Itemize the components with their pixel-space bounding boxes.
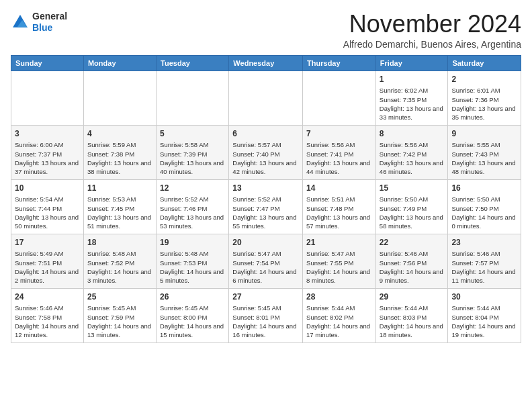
calendar-week-5: 24Sunrise: 5:46 AM Sunset: 7:58 PM Dayli…	[11, 288, 521, 342]
day-info: Sunrise: 5:50 AM Sunset: 7:50 PM Dayligh…	[451, 195, 517, 230]
day-info: Sunrise: 5:56 AM Sunset: 7:41 PM Dayligh…	[306, 140, 372, 176]
weekday-header-row: SundayMondayTuesdayWednesdayThursdayFrid…	[11, 55, 521, 71]
calendar-cell: 17Sunrise: 5:49 AM Sunset: 7:51 PM Dayli…	[11, 234, 84, 288]
day-number: 8	[380, 128, 445, 140]
day-number: 29	[380, 291, 445, 303]
calendar-cell	[157, 71, 229, 125]
day-info: Sunrise: 6:02 AM Sunset: 7:35 PM Dayligh…	[380, 86, 445, 122]
day-info: Sunrise: 5:49 AM Sunset: 7:51 PM Dayligh…	[15, 249, 80, 285]
weekday-header-tuesday: Tuesday	[157, 55, 229, 71]
calendar-cell: 8Sunrise: 5:56 AM Sunset: 7:42 PM Daylig…	[375, 125, 448, 179]
day-info: Sunrise: 5:46 AM Sunset: 7:56 PM Dayligh…	[380, 249, 445, 285]
calendar-cell: 7Sunrise: 5:56 AM Sunset: 7:41 PM Daylig…	[303, 125, 376, 179]
day-info: Sunrise: 5:57 AM Sunset: 7:40 PM Dayligh…	[232, 140, 299, 176]
day-info: Sunrise: 5:44 AM Sunset: 8:02 PM Dayligh…	[306, 304, 372, 339]
calendar-cell: 18Sunrise: 5:48 AM Sunset: 7:52 PM Dayli…	[83, 234, 156, 288]
calendar-cell: 6Sunrise: 5:57 AM Sunset: 7:40 PM Daylig…	[229, 125, 303, 179]
day-number: 14	[306, 183, 372, 194]
calendar-cell: 26Sunrise: 5:45 AM Sunset: 8:00 PM Dayli…	[157, 288, 229, 342]
day-number: 30	[451, 291, 517, 303]
day-info: Sunrise: 5:48 AM Sunset: 7:53 PM Dayligh…	[160, 249, 225, 285]
calendar-cell: 20Sunrise: 5:47 AM Sunset: 7:54 PM Dayli…	[229, 234, 303, 288]
day-info: Sunrise: 5:59 AM Sunset: 7:38 PM Dayligh…	[87, 140, 152, 176]
day-info: Sunrise: 5:58 AM Sunset: 7:39 PM Dayligh…	[160, 140, 225, 176]
day-number: 12	[160, 183, 225, 194]
day-number: 15	[380, 183, 445, 194]
calendar-cell: 2Sunrise: 6:01 AM Sunset: 7:36 PM Daylig…	[448, 71, 521, 125]
day-number: 7	[306, 128, 372, 140]
day-number: 6	[232, 128, 299, 140]
day-number: 16	[451, 183, 517, 194]
day-number: 21	[306, 237, 372, 248]
day-info: Sunrise: 5:51 AM Sunset: 7:48 PM Dayligh…	[306, 195, 372, 230]
calendar-body: 1Sunrise: 6:02 AM Sunset: 7:35 PM Daylig…	[11, 71, 521, 342]
day-number: 26	[160, 291, 225, 303]
day-info: Sunrise: 5:44 AM Sunset: 8:04 PM Dayligh…	[451, 304, 517, 339]
calendar-cell	[303, 71, 376, 125]
title-block: November 2024 Alfredo Demarchi, Buenos A…	[343, 11, 521, 50]
day-info: Sunrise: 5:52 AM Sunset: 7:46 PM Dayligh…	[160, 195, 225, 230]
logo: General Blue	[11, 11, 67, 34]
calendar-cell: 9Sunrise: 5:55 AM Sunset: 7:43 PM Daylig…	[448, 125, 521, 179]
calendar-cell: 21Sunrise: 5:47 AM Sunset: 7:55 PM Dayli…	[303, 234, 376, 288]
location-subtitle: Alfredo Demarchi, Buenos Aires, Argentin…	[343, 39, 521, 50]
calendar-cell: 22Sunrise: 5:46 AM Sunset: 7:56 PM Dayli…	[375, 234, 448, 288]
day-number: 13	[232, 183, 299, 194]
calendar-cell: 23Sunrise: 5:46 AM Sunset: 7:57 PM Dayli…	[448, 234, 521, 288]
weekday-header-saturday: Saturday	[448, 55, 521, 71]
calendar-cell: 29Sunrise: 5:44 AM Sunset: 8:03 PM Dayli…	[375, 288, 448, 342]
day-info: Sunrise: 5:47 AM Sunset: 7:55 PM Dayligh…	[306, 249, 372, 285]
day-info: Sunrise: 5:48 AM Sunset: 7:52 PM Dayligh…	[87, 249, 152, 285]
day-info: Sunrise: 5:54 AM Sunset: 7:44 PM Dayligh…	[15, 195, 80, 230]
day-number: 19	[160, 237, 225, 248]
calendar-table: SundayMondayTuesdayWednesdayThursdayFrid…	[11, 55, 521, 343]
month-title: November 2024	[343, 11, 521, 38]
calendar-cell: 3Sunrise: 6:00 AM Sunset: 7:37 PM Daylig…	[11, 125, 84, 179]
day-number: 22	[380, 237, 445, 248]
day-number: 23	[451, 237, 517, 248]
day-info: Sunrise: 5:46 AM Sunset: 7:58 PM Dayligh…	[15, 304, 80, 339]
calendar-cell: 25Sunrise: 5:45 AM Sunset: 7:59 PM Dayli…	[83, 288, 156, 342]
day-number: 5	[160, 128, 225, 140]
logo-general: General	[32, 11, 67, 22]
day-number: 1	[380, 74, 445, 85]
calendar-week-2: 3Sunrise: 6:00 AM Sunset: 7:37 PM Daylig…	[11, 125, 521, 179]
calendar-cell: 11Sunrise: 5:53 AM Sunset: 7:45 PM Dayli…	[83, 179, 156, 234]
weekday-header-wednesday: Wednesday	[229, 55, 303, 71]
calendar-cell	[83, 71, 156, 125]
calendar-cell	[11, 71, 84, 125]
weekday-header-monday: Monday	[83, 55, 156, 71]
calendar-cell: 19Sunrise: 5:48 AM Sunset: 7:53 PM Dayli…	[157, 234, 229, 288]
weekday-header-friday: Friday	[375, 55, 448, 71]
day-info: Sunrise: 5:53 AM Sunset: 7:45 PM Dayligh…	[87, 195, 152, 230]
calendar-cell	[229, 71, 303, 125]
calendar-cell: 15Sunrise: 5:50 AM Sunset: 7:49 PM Dayli…	[375, 179, 448, 234]
day-number: 10	[15, 183, 80, 194]
day-info: Sunrise: 5:47 AM Sunset: 7:54 PM Dayligh…	[232, 249, 299, 285]
calendar-cell: 13Sunrise: 5:52 AM Sunset: 7:47 PM Dayli…	[229, 179, 303, 234]
day-number: 20	[232, 237, 299, 248]
day-number: 28	[306, 291, 372, 303]
calendar-cell: 24Sunrise: 5:46 AM Sunset: 7:58 PM Dayli…	[11, 288, 84, 342]
day-number: 27	[232, 291, 299, 303]
day-number: 25	[87, 291, 152, 303]
calendar-header: SundayMondayTuesdayWednesdayThursdayFrid…	[11, 55, 521, 71]
day-number: 18	[87, 237, 152, 248]
weekday-header-thursday: Thursday	[303, 55, 376, 71]
calendar-cell: 5Sunrise: 5:58 AM Sunset: 7:39 PM Daylig…	[157, 125, 229, 179]
calendar-cell: 10Sunrise: 5:54 AM Sunset: 7:44 PM Dayli…	[11, 179, 84, 234]
calendar-cell: 27Sunrise: 5:45 AM Sunset: 8:01 PM Dayli…	[229, 288, 303, 342]
logo-icon	[11, 13, 30, 32]
day-info: Sunrise: 5:46 AM Sunset: 7:57 PM Dayligh…	[451, 249, 517, 285]
calendar-week-3: 10Sunrise: 5:54 AM Sunset: 7:44 PM Dayli…	[11, 179, 521, 234]
calendar-week-4: 17Sunrise: 5:49 AM Sunset: 7:51 PM Dayli…	[11, 234, 521, 288]
calendar-cell: 28Sunrise: 5:44 AM Sunset: 8:02 PM Dayli…	[303, 288, 376, 342]
calendar-cell: 14Sunrise: 5:51 AM Sunset: 7:48 PM Dayli…	[303, 179, 376, 234]
day-number: 3	[15, 128, 80, 140]
day-number: 2	[451, 74, 517, 85]
day-info: Sunrise: 5:52 AM Sunset: 7:47 PM Dayligh…	[232, 195, 299, 230]
day-number: 24	[15, 291, 80, 303]
day-info: Sunrise: 5:44 AM Sunset: 8:03 PM Dayligh…	[380, 304, 445, 339]
logo-blue: Blue	[32, 22, 67, 34]
page-header: General Blue November 2024 Alfredo Demar…	[11, 11, 521, 50]
